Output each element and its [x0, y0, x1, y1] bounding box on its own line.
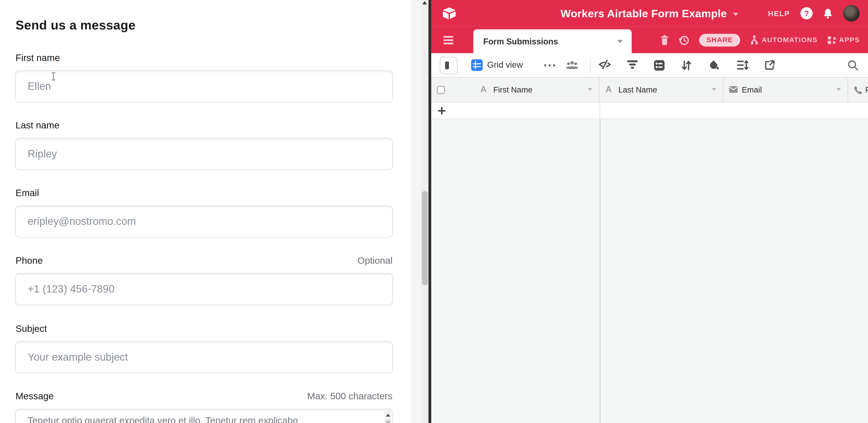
- grid-view-icon: [471, 59, 483, 71]
- view-toolbar: Grid view: [431, 53, 868, 78]
- collaborators-icon[interactable]: [566, 60, 579, 70]
- last-name-field: Last name: [15, 120, 393, 170]
- grid-empty-area: [431, 120, 868, 423]
- toolbar-divider: [590, 58, 591, 73]
- column-header-email[interactable]: Email: [723, 78, 848, 102]
- subject-field: Subject: [15, 324, 393, 373]
- search-icon[interactable]: [847, 60, 859, 71]
- window-gutter: [411, 0, 421, 423]
- help-button[interactable]: HELP: [768, 9, 790, 18]
- scroll-up-arrow-icon[interactable]: [386, 414, 390, 417]
- menu-hamburger-icon[interactable]: [443, 36, 453, 46]
- phone-input[interactable]: [15, 273, 393, 305]
- share-label: SHARE: [707, 36, 733, 44]
- column-menu-caret-icon[interactable]: [588, 88, 592, 91]
- grid-column-headers: A First Name A Last Name Email: [431, 78, 868, 102]
- column-label: Phone: [865, 85, 868, 94]
- row-height-icon[interactable]: [737, 60, 749, 70]
- view-options-ellipsis-icon[interactable]: [544, 64, 556, 67]
- column-label: First Name: [493, 85, 533, 94]
- table-tabs-bar: Form Submissions SHARE: [431, 27, 868, 53]
- phone-field-type-icon: [854, 86, 863, 95]
- message-scrollbar-thumb[interactable]: [385, 420, 390, 423]
- automations-button[interactable]: AUTOMATIONS: [749, 35, 817, 45]
- base-title-caret-icon[interactable]: [733, 12, 739, 16]
- email-field: Email: [15, 188, 393, 238]
- column-divider: [599, 102, 600, 119]
- phone-label: Phone: [16, 255, 42, 267]
- airtable-pane: Workers Airtable Form Example HELP ? For…: [431, 0, 868, 423]
- text-field-type-icon: A: [606, 84, 612, 94]
- message-max-chars-hint: Max. 500 characters: [307, 391, 393, 402]
- sort-icon[interactable]: [681, 60, 691, 71]
- active-table-name: Form Submissions: [483, 37, 558, 46]
- hide-fields-icon[interactable]: [598, 60, 611, 69]
- message-text: Tenetur optio quaerat expedita vero et i…: [28, 415, 376, 423]
- airtable-header: Workers Airtable Form Example HELP ?: [431, 0, 868, 27]
- message-field: Message Max. 500 characters Tenetur opti…: [15, 391, 393, 423]
- text-field-type-icon: A: [480, 84, 487, 94]
- form-pane-scrollbar-thumb[interactable]: [422, 191, 428, 285]
- group-icon[interactable]: [654, 60, 665, 71]
- user-avatar[interactable]: [843, 5, 860, 22]
- message-label: Message: [16, 391, 54, 402]
- column-label: Email: [742, 85, 762, 94]
- help-question-icon[interactable]: ?: [800, 7, 813, 19]
- first-name-field: First name: [15, 53, 393, 103]
- tab-form-submissions[interactable]: Form Submissions: [473, 29, 631, 53]
- column-label: Last Name: [618, 85, 657, 94]
- share-button[interactable]: SHARE: [700, 34, 740, 46]
- last-name-label: Last name: [16, 120, 59, 131]
- views-sidebar-toggle-button[interactable]: [439, 57, 458, 74]
- column-menu-caret-icon[interactable]: [712, 88, 716, 91]
- column-header-first-name[interactable]: A First Name: [431, 78, 599, 102]
- phone-field: Phone Optional: [15, 255, 393, 305]
- subject-input[interactable]: [15, 341, 393, 373]
- phone-optional-hint: Optional: [358, 255, 392, 267]
- add-record-row[interactable]: [431, 102, 868, 119]
- window-divider: [429, 0, 431, 423]
- view-name[interactable]: Grid view: [487, 60, 523, 70]
- history-icon[interactable]: [678, 34, 690, 46]
- notifications-bell-icon[interactable]: [823, 8, 833, 19]
- table-tab-caret-icon: [617, 39, 623, 43]
- share-view-icon[interactable]: [765, 60, 775, 70]
- color-icon[interactable]: [709, 60, 720, 71]
- message-textarea[interactable]: Tenetur optio quaerat expedita vero et i…: [15, 409, 393, 423]
- automations-icon: [749, 35, 759, 45]
- trash-icon[interactable]: [660, 34, 669, 45]
- frozen-column-divider: [599, 120, 600, 423]
- column-header-phone[interactable]: Phone: [848, 78, 868, 102]
- email-field-type-icon: [729, 86, 738, 93]
- scrollbar-up-arrow-icon[interactable]: [422, 1, 426, 4]
- apps-button[interactable]: APPS: [827, 35, 860, 44]
- text-cursor-icon: [51, 72, 56, 81]
- base-title[interactable]: Workers Airtable Form Example: [560, 7, 727, 20]
- form-pane-scrollbar[interactable]: [421, 0, 429, 423]
- column-header-last-name[interactable]: A Last Name: [599, 78, 723, 102]
- apps-label: APPS: [839, 36, 860, 44]
- contact-form-pane: Send us a message First name Last name E…: [0, 0, 411, 423]
- email-input[interactable]: [15, 206, 393, 238]
- screen: Send us a message First name Last name E…: [0, 0, 868, 423]
- apps-icon: [827, 35, 836, 44]
- automations-label: AUTOMATIONS: [762, 36, 817, 44]
- message-scrollbar[interactable]: [384, 411, 391, 423]
- email-label: Email: [16, 188, 39, 199]
- page-title: Send us a message: [16, 18, 135, 33]
- column-menu-caret-icon[interactable]: [836, 88, 841, 91]
- last-name-input[interactable]: [15, 138, 393, 170]
- first-name-label: First name: [16, 53, 60, 64]
- filter-icon[interactable]: [627, 60, 639, 69]
- subject-label: Subject: [16, 324, 47, 335]
- add-record-icon[interactable]: [438, 107, 446, 115]
- first-name-input[interactable]: [15, 70, 393, 103]
